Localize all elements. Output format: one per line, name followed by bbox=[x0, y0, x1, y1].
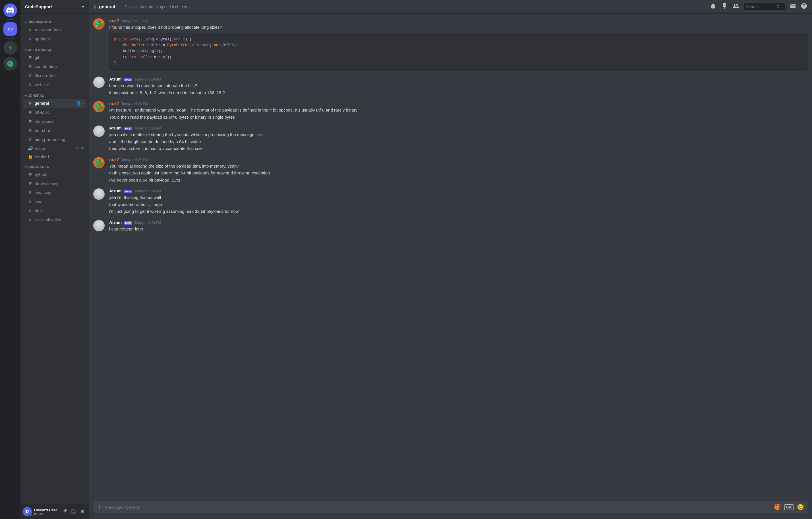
channel-discord-bot[interactable]: # discord-bot bbox=[23, 71, 86, 80]
channel-verified[interactable]: 🔒 Verified bbox=[23, 153, 86, 160]
message-input-box[interactable]: + 🎁 GIF 😊 bbox=[93, 501, 808, 513]
inbox-icon[interactable] bbox=[789, 3, 796, 11]
category-information[interactable]: INFORMATION bbox=[21, 16, 89, 25]
hash-icon: # bbox=[27, 27, 33, 33]
settings-button[interactable]: ⚙ bbox=[79, 508, 86, 516]
channel-contributing[interactable]: # contributing bbox=[23, 62, 86, 71]
bell-icon[interactable] bbox=[709, 3, 717, 11]
channel-off-topic[interactable]: # off-topic bbox=[23, 108, 86, 117]
channel-showcase[interactable]: # showcase bbox=[23, 117, 86, 126]
message-content: Atrum MOD Today at 6:28 PM yea i'm think… bbox=[109, 188, 808, 215]
discord-home-button[interactable] bbox=[3, 3, 17, 17]
message-author: nox7 bbox=[109, 157, 119, 162]
hash-icon: # bbox=[27, 190, 33, 195]
gif-button[interactable]: GIF bbox=[784, 504, 793, 510]
channel-python[interactable]: # python bbox=[23, 170, 86, 179]
hash-icon: # bbox=[27, 118, 33, 124]
channel-general[interactable]: # general 👤+ bbox=[23, 99, 86, 108]
topbar: # general Discuss programming and tech h… bbox=[89, 0, 812, 13]
hash-icon: # bbox=[27, 208, 33, 214]
sidebar: CodeSupport ▾ INFORMATION # rules-and-in… bbox=[21, 0, 89, 519]
message-text: You mean allocating the size of the payl… bbox=[109, 163, 808, 184]
avatar: 🐉 bbox=[93, 157, 105, 168]
channel-label: javascript bbox=[35, 190, 84, 195]
channel-rules-and-info[interactable]: # rules-and-info bbox=[23, 25, 86, 34]
hash-icon: # bbox=[27, 109, 33, 115]
topbar-hash-icon: # bbox=[93, 3, 97, 10]
hash-icon: # bbox=[27, 181, 33, 186]
hash-icon: # bbox=[27, 36, 33, 42]
message-author: Atrum bbox=[109, 126, 122, 130]
message-header: nox7 Today at 6:27 PM bbox=[109, 157, 808, 162]
category-general[interactable]: GENERAL bbox=[21, 89, 89, 99]
mod-badge: MOD bbox=[124, 190, 132, 193]
hash-icon: # bbox=[27, 171, 33, 177]
explore-servers-button[interactable] bbox=[3, 57, 17, 71]
channel-bot-chat[interactable]: # bot-chat bbox=[23, 126, 86, 135]
channel-java[interactable]: # java bbox=[23, 197, 86, 206]
channel-php[interactable]: # php bbox=[23, 206, 86, 215]
mod-badge: MOD bbox=[124, 221, 132, 225]
message-author: nox7 bbox=[109, 18, 119, 23]
icon-bar-separator bbox=[6, 19, 15, 20]
message-header: nox7 Today at 6:17 PM bbox=[109, 18, 808, 23]
edited-label: (edited) bbox=[256, 133, 265, 137]
add-member-icon[interactable]: 👤+ bbox=[76, 101, 84, 106]
message-author: Atrum bbox=[109, 220, 122, 225]
headphones-button[interactable]: 🎧 bbox=[69, 508, 77, 516]
message-group: 🐉 nox7 Today at 6:27 PM You mean allocat… bbox=[93, 157, 808, 184]
channel-label: git bbox=[35, 55, 84, 60]
message-text: hmm, so would i need to concatenate the … bbox=[109, 83, 808, 96]
message-timestamp: Today at 6:23 PM bbox=[121, 102, 148, 106]
message-input-area: + 🎁 GIF 😊 bbox=[89, 501, 812, 519]
channel-website[interactable]: # website bbox=[23, 80, 86, 89]
help-icon[interactable] bbox=[801, 3, 808, 11]
channel-hiring-or-looking[interactable]: # hiring-or-looking bbox=[23, 135, 86, 144]
message-author: Atrum bbox=[109, 188, 122, 193]
avatar bbox=[93, 188, 105, 200]
avatar: 🐉 bbox=[93, 101, 105, 112]
channel-updates[interactable]: # updates bbox=[23, 34, 86, 43]
hash-icon: # bbox=[27, 217, 33, 223]
category-open-source[interactable]: OPEN SOURCE bbox=[21, 44, 89, 53]
channel-label: php bbox=[35, 208, 84, 213]
server-icon-codesupport[interactable]: CS bbox=[3, 22, 17, 36]
hash-icon: # bbox=[27, 54, 33, 60]
channel-label: Verified bbox=[35, 154, 84, 159]
channel-label: java bbox=[35, 199, 84, 204]
message-text: yea no it's a matter of storing the byte… bbox=[109, 132, 808, 152]
message-input[interactable] bbox=[105, 502, 772, 513]
channel-label: showcase bbox=[35, 119, 84, 124]
voice-icon: 🔊 bbox=[27, 146, 33, 151]
emoji-button[interactable]: 😊 bbox=[797, 503, 804, 511]
search-box[interactable] bbox=[744, 3, 785, 10]
server-header[interactable]: CodeSupport ▾ bbox=[21, 0, 89, 13]
user-controls: 🎤 🎧 ⚙ bbox=[60, 508, 86, 516]
message-content: nox7 Today at 6:23 PM I'm not sure I und… bbox=[109, 101, 808, 121]
search-input[interactable] bbox=[746, 4, 775, 9]
mic-button[interactable]: 🎤 bbox=[60, 508, 68, 516]
message-input-actions: 🎁 GIF 😊 bbox=[774, 503, 804, 511]
members-icon[interactable] bbox=[732, 3, 739, 11]
gift-icon[interactable]: 🎁 bbox=[774, 503, 781, 511]
add-server-button[interactable]: + bbox=[3, 41, 17, 55]
channel-html-css-svg[interactable]: # html-css-svg bbox=[23, 179, 86, 188]
add-attachment-button[interactable]: + bbox=[97, 501, 103, 513]
channel-voice[interactable]: 🔊 Voice 00 20 bbox=[23, 144, 86, 152]
channel-label: html-css-svg bbox=[35, 181, 84, 186]
message-content: Atrum MOD Today at 6:28 PM i can refacto… bbox=[109, 220, 808, 233]
channel-label: off-topic bbox=[35, 110, 84, 115]
channel-c-or-cplusplus[interactable]: # c-or-cplusplus bbox=[23, 215, 86, 224]
pin-icon[interactable] bbox=[721, 3, 728, 11]
hash-icon: # bbox=[27, 73, 33, 79]
server-header-chevron: ▾ bbox=[82, 4, 84, 9]
message-timestamp: Today at 6:27 PM bbox=[121, 158, 148, 162]
message-group: Atrum MOD Today at 6:26 PM yea no it's a… bbox=[93, 126, 808, 153]
channel-label: website bbox=[35, 82, 84, 87]
category-languages[interactable]: LANGUAGES bbox=[21, 161, 89, 170]
message-text: I'm not sure I understand what you mean.… bbox=[109, 107, 808, 120]
channel-git[interactable]: # git bbox=[23, 53, 86, 62]
channel-label: python bbox=[35, 172, 84, 177]
channel-javascript[interactable]: # javascript bbox=[23, 188, 86, 197]
main-content: # general Discuss programming and tech h… bbox=[89, 0, 812, 519]
